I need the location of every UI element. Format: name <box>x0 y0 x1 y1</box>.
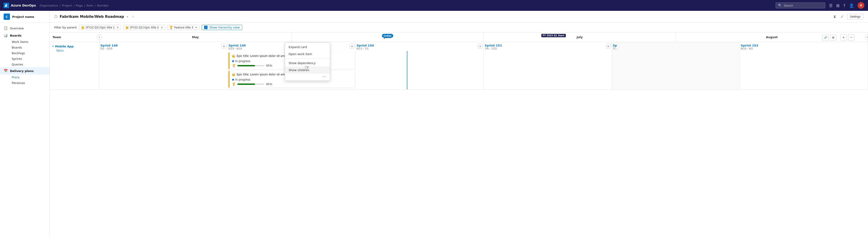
context-menu-more[interactable]: ··· <box>285 74 330 80</box>
filter-bar: Filter by parent 👑 [FY22 Q1] Epic title … <box>50 23 868 33</box>
sprint-col-153: Sprint 153 8/15 - 9/2 <box>740 42 868 90</box>
app-logo[interactable]: Azure DevOps <box>4 3 36 8</box>
favorite-icon[interactable]: ☆ <box>131 14 134 19</box>
sprint-name-151[interactable]: Sprint 151 <box>485 44 502 47</box>
sprint-header-148: Sprint 148 5/2 - 5/20 + <box>100 44 226 50</box>
user-icon[interactable]: 👤 <box>849 3 854 8</box>
sprint-add-151[interactable]: + <box>606 44 611 49</box>
progress-bar-fill-2 <box>237 83 255 85</box>
filter-chip-3: 🏆 Feature title 3 ✕ <box>167 25 199 30</box>
month-col-july: July FY 2023 Q1 Start <box>484 33 676 42</box>
context-menu-show-children[interactable]: Show children <box>285 67 330 74</box>
sprint-header-150: Sprint 150 6/13 - 7/1 + <box>356 44 483 50</box>
sprint-col-148: Sprint 148 5/2 - 5/20 + <box>99 42 228 90</box>
sidebar-item-plans[interactable]: Plans <box>10 74 50 80</box>
context-menu-expand-card[interactable]: Expand card <box>285 43 330 50</box>
breadcrumb-number[interactable]: Number <box>97 4 109 7</box>
project-icon: C <box>4 13 10 20</box>
progress-bar-bg-2 <box>237 83 265 85</box>
sidebar-section-main: 📋 Overview 📊 Boards Work items Boards Ba… <box>0 23 50 88</box>
progress-pct-2: 65% <box>266 82 272 86</box>
app-name: Azure DevOps <box>11 4 36 7</box>
filter-chip-text-3: Feature title 3 <box>174 26 193 29</box>
timeline-container: Team ‹ May June today July FY 2023 Q1 St… <box>50 33 868 237</box>
context-menu-open-work-item[interactable]: Open work item <box>285 50 330 58</box>
breadcrumb-org[interactable]: Organization <box>39 4 58 7</box>
filter-label: Filter by parent <box>54 26 76 29</box>
breadcrumb-item[interactable]: Item <box>87 4 93 7</box>
vertical-line-today <box>407 51 407 90</box>
sprint-name-152[interactable]: Sp <box>613 44 618 47</box>
page-icon: ⬡ <box>54 14 57 19</box>
month-label-august: August <box>766 35 778 39</box>
search-box[interactable]: 🔍 <box>776 2 825 8</box>
month-header-row: Team ‹ May June today July FY 2023 Q1 St… <box>50 33 868 42</box>
context-menu-show-dependency[interactable]: Show dependency <box>285 60 330 67</box>
overview-icon: 📋 <box>4 26 8 30</box>
sidebar-label-overview: Overview <box>10 27 24 30</box>
team-type[interactable]: Epics <box>53 48 96 52</box>
sprint-add-149[interactable]: + <box>349 44 354 49</box>
sprint-col-150: Sprint 150 6/13 - 7/1 + <box>355 42 484 90</box>
sprint-add-150[interactable]: + <box>477 44 483 49</box>
sprint-header-152: Sp 7/... <box>613 44 739 50</box>
link-button[interactable]: 🔗 <box>822 34 829 41</box>
trophy-icon-2: 🏆 <box>232 82 236 86</box>
sidebar-label-delivery-plans: Delivery plans <box>10 69 34 73</box>
sidebar-item-work-items[interactable]: Work items <box>10 39 50 45</box>
progress-pct-1: 65% <box>266 64 272 67</box>
filter-chip-close-1[interactable]: ✕ <box>116 26 119 29</box>
sidebar-item-delivery-plans[interactable]: 📅 Delivery plans <box>0 67 50 74</box>
sprint-col-152: Sp 7/... <box>612 42 740 90</box>
nav-prev-button[interactable]: ‹ <box>97 35 102 40</box>
top-navigation: Azure DevOps Organization / Project / Pa… <box>0 0 868 11</box>
team-name[interactable]: ▾ Mobile App <box>53 45 96 48</box>
sidebar-item-backlogs[interactable]: Backlogs <box>10 50 50 56</box>
filter-button[interactable]: ⧗ <box>833 14 837 20</box>
list-icon[interactable]: ☰ <box>829 3 833 8</box>
sidebar-item-overview[interactable]: 📋 Overview <box>0 25 50 32</box>
sprint-add-148[interactable]: + <box>221 44 226 49</box>
sidebar-item-sprints[interactable]: Sprints <box>10 56 50 62</box>
search-input[interactable] <box>784 4 823 7</box>
zoom-in-button[interactable]: + <box>840 34 847 41</box>
main-content: ⬡ Fabrikam Mobile/Web Roadmap ▾ ☆ ⧗ ⤢ Se… <box>50 11 868 237</box>
nav-next-button[interactable]: › <box>865 35 868 40</box>
crown-icon-1: 👑 <box>232 54 235 58</box>
progress-bar-fill-1 <box>237 65 255 66</box>
sprint-name-149[interactable]: Sprint 149 <box>228 44 246 47</box>
team-chevron-icon: ▾ <box>53 45 54 48</box>
sprint-name-150[interactable]: Sprint 150 <box>356 44 374 47</box>
sidebar-item-queries[interactable]: Queries <box>10 62 50 67</box>
epic-icon-2: 👑 <box>125 26 129 29</box>
sprint-dates-152: 7/... <box>613 47 618 50</box>
avatar[interactable]: A <box>858 2 864 9</box>
top-nav-right: 🔍 ☰ ⊞ ? 👤 A <box>776 2 864 9</box>
sidebar-project: C Project name <box>0 11 50 23</box>
breadcrumb-project[interactable]: Project <box>62 4 72 7</box>
breadcrumb-page[interactable]: Page <box>76 4 83 7</box>
expand-button[interactable]: ⤢ <box>839 13 844 20</box>
breadcrumb: Organization / Project / Page / Item / N… <box>39 4 109 7</box>
project-name: Project name <box>12 15 34 19</box>
share-button[interactable]: ⊞ <box>830 34 836 41</box>
zoom-out-button[interactable]: − <box>848 34 855 41</box>
grid-icon[interactable]: ⊞ <box>836 3 839 8</box>
settings-button[interactable]: Settings <box>847 14 864 20</box>
sprint-name-148[interactable]: Sprint 148 <box>100 44 118 47</box>
context-menu: Expand card Open work item Show dependen… <box>285 42 330 81</box>
filter-chip-close-2[interactable]: ✕ <box>161 26 163 29</box>
sprint-name-153[interactable]: Sprint 153 <box>741 44 758 47</box>
sidebar-item-boards[interactable]: Boards <box>10 45 50 50</box>
month-cols: ‹ May June today July FY 2023 Q1 Start A… <box>99 33 868 42</box>
title-chevron-icon[interactable]: ▾ <box>127 15 128 18</box>
sidebar: C Project name 📋 Overview 📊 Boards Work … <box>0 11 50 237</box>
help-icon[interactable]: ? <box>843 3 845 8</box>
sidebar-item-personas[interactable]: Personas <box>10 80 50 86</box>
sprint-header-153: Sprint 153 8/15 - 9/2 <box>741 44 867 50</box>
sidebar-item-boards-group[interactable]: 📊 Boards <box>0 32 50 39</box>
sprint-col-151: Sprint 151 7/4 - 7/22 + <box>484 42 612 90</box>
show-hierarchy-toggle[interactable]: ✓ Show hierarchy view <box>202 25 242 30</box>
filter-chip-close-3[interactable]: ✕ <box>195 26 197 29</box>
share-controls: 🔗 ⊞ <box>822 34 836 41</box>
